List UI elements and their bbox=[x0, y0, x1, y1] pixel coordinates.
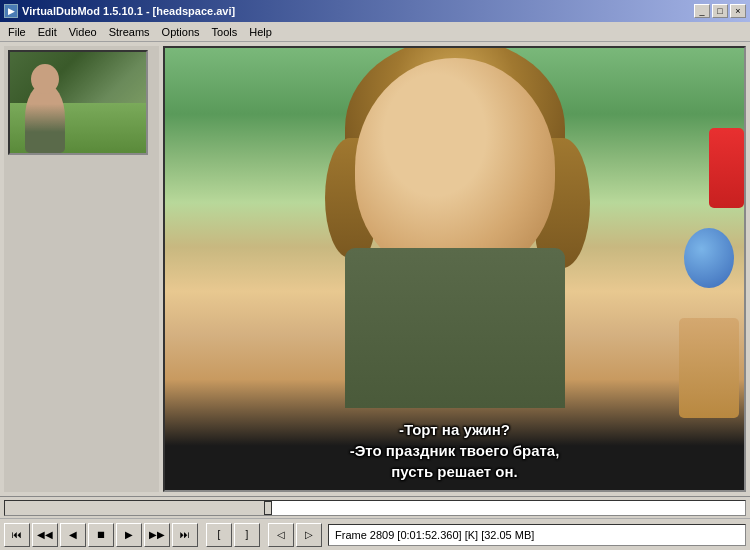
app-icon: ▶ bbox=[4, 4, 18, 18]
step-backward-button[interactable]: ◁ bbox=[268, 523, 294, 547]
video-body bbox=[345, 248, 565, 408]
go-to-end-button[interactable]: ⏭ bbox=[172, 523, 198, 547]
menu-bar: File Edit Video Streams Options Tools He… bbox=[0, 22, 750, 42]
subtitle-overlay: -Торт на ужин? -Это праздник твоего брат… bbox=[165, 419, 744, 482]
seek-bar-container bbox=[0, 497, 750, 518]
main-video-container[interactable]: -Торт на ужин? -Это праздник твоего брат… bbox=[163, 46, 746, 492]
seek-track[interactable] bbox=[4, 500, 746, 516]
blue-balloon bbox=[684, 228, 734, 288]
title-bar: ▶ VirtualDubMod 1.5.10.1 - [headspace.av… bbox=[0, 0, 750, 22]
red-can bbox=[709, 128, 744, 208]
video-person bbox=[315, 58, 595, 418]
menu-help[interactable]: Help bbox=[243, 24, 278, 40]
window-title: VirtualDubMod 1.5.10.1 - [headspace.avi] bbox=[22, 5, 235, 17]
main-video: -Торт на ужин? -Это праздник твоего брат… bbox=[165, 48, 744, 490]
bottom-panel: ⏮ ◀◀ ◀ ⏹ ▶ ▶▶ ⏭ [ ] ◁ ▷ Frame 2809 [0:01… bbox=[0, 496, 750, 550]
subtitle-line3: пусть решает он. bbox=[185, 461, 724, 482]
menu-file[interactable]: File bbox=[2, 24, 32, 40]
video-face bbox=[355, 58, 555, 278]
menu-video[interactable]: Video bbox=[63, 24, 103, 40]
step-forward-button[interactable]: ▷ bbox=[296, 523, 322, 547]
seek-progress bbox=[5, 501, 264, 515]
thumbnail-frame bbox=[8, 50, 148, 155]
seek-thumb[interactable] bbox=[264, 501, 272, 515]
mark-in-button[interactable]: [ bbox=[206, 523, 232, 547]
prev-key-frame-button[interactable]: ◀◀ bbox=[32, 523, 58, 547]
party-items bbox=[679, 318, 739, 418]
menu-edit[interactable]: Edit bbox=[32, 24, 63, 40]
thumbnail-scene bbox=[10, 52, 146, 153]
play-button[interactable]: ▶ bbox=[116, 523, 142, 547]
maximize-button[interactable]: □ bbox=[712, 4, 728, 18]
main-content: -Торт на ужин? -Это праздник твоего брат… bbox=[0, 42, 750, 550]
thumbnail-panel bbox=[4, 46, 159, 492]
prev-frame-button[interactable]: ◀ bbox=[60, 523, 86, 547]
close-button[interactable]: × bbox=[730, 4, 746, 18]
stop-button[interactable]: ⏹ bbox=[88, 523, 114, 547]
menu-tools[interactable]: Tools bbox=[206, 24, 244, 40]
window-controls[interactable]: _ □ × bbox=[694, 4, 746, 18]
go-to-start-button[interactable]: ⏮ bbox=[4, 523, 30, 547]
right-objects bbox=[654, 68, 744, 468]
subtitle-line2: -Это праздник твоего брата, bbox=[185, 440, 724, 461]
thumb-person-head bbox=[31, 64, 59, 94]
menu-options[interactable]: Options bbox=[156, 24, 206, 40]
controls-bar: ⏮ ◀◀ ◀ ⏹ ▶ ▶▶ ⏭ [ ] ◁ ▷ Frame 2809 [0:01… bbox=[0, 518, 750, 550]
menu-streams[interactable]: Streams bbox=[103, 24, 156, 40]
status-bar: Frame 2809 [0:01:52.360] [K] [32.05 MB] bbox=[328, 524, 746, 546]
minimize-button[interactable]: _ bbox=[694, 4, 710, 18]
mark-out-button[interactable]: ] bbox=[234, 523, 260, 547]
next-frame-button[interactable]: ▶▶ bbox=[144, 523, 170, 547]
video-area: -Торт на ужин? -Это праздник твоего брат… bbox=[0, 42, 750, 496]
subtitle-line1: -Торт на ужин? bbox=[185, 419, 724, 440]
status-text: Frame 2809 [0:01:52.360] [K] [32.05 MB] bbox=[335, 529, 534, 541]
